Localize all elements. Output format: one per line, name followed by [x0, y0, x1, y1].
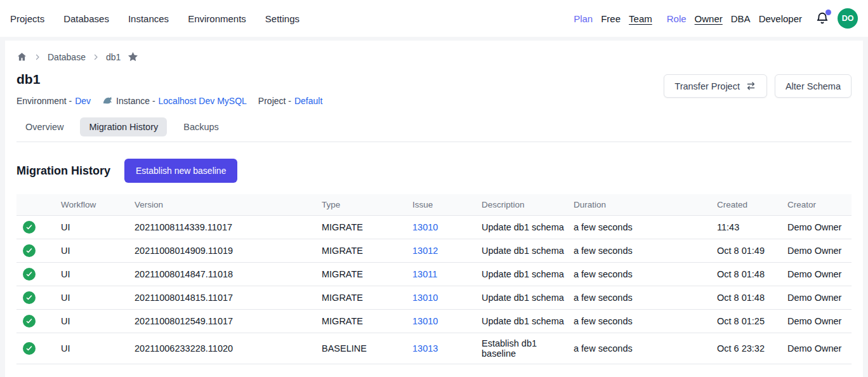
cell-type: MIGRATE — [318, 286, 409, 310]
column-header-version: Version — [131, 194, 318, 216]
cell-duration: a few seconds — [570, 333, 713, 364]
title-block: db1 Environment - Dev Instance - Localho… — [16, 72, 322, 106]
issue-link[interactable]: 13012 — [412, 246, 438, 256]
migration-history-table: Workflow Version Type Issue Description … — [16, 194, 852, 364]
home-icon[interactable] — [16, 51, 27, 62]
table-row[interactable]: UI 20211008114339.11017 MIGRATE 13010 Up… — [16, 216, 852, 239]
issue-link[interactable]: 13010 — [412, 222, 438, 232]
cell-duration: a few seconds — [570, 310, 713, 333]
cell-creator: Demo Owner — [784, 310, 852, 333]
table-row[interactable]: UI 20211008012549.11017 MIGRATE 13010 Up… — [16, 310, 852, 333]
nav-item-environments[interactable]: Environments — [188, 13, 246, 24]
nav-item-instances[interactable]: Instances — [128, 13, 169, 24]
role-option-owner[interactable]: Owner — [695, 13, 723, 24]
star-icon[interactable] — [127, 51, 139, 63]
cell-creator: Demo Owner — [784, 333, 852, 364]
success-check-icon — [23, 291, 36, 304]
environment-label: Environment - — [16, 96, 72, 106]
notifications-button[interactable] — [815, 11, 829, 25]
issue-link[interactable]: 13010 — [412, 316, 438, 326]
success-check-icon — [23, 342, 36, 355]
cell-created: Oct 8 01:25 — [713, 310, 784, 333]
role-option-developer[interactable]: Developer — [759, 13, 802, 24]
page-actions: Transfer Project Alter Schema — [664, 74, 852, 98]
cell-duration: a few seconds — [570, 263, 713, 286]
cell-type: MIGRATE — [318, 263, 409, 286]
database-tabs: Overview Migration History Backups — [16, 117, 852, 142]
cell-version: 20211008014909.11019 — [131, 239, 318, 263]
nav-item-settings[interactable]: Settings — [265, 13, 299, 24]
alter-schema-button[interactable]: Alter Schema — [775, 74, 852, 98]
table-row[interactable]: UI 20211008014815.11017 MIGRATE 13010 Up… — [16, 286, 852, 310]
nav-item-databases[interactable]: Databases — [63, 13, 109, 24]
project-link[interactable]: Default — [294, 96, 322, 106]
notification-dot — [825, 10, 831, 15]
plan-label: Plan — [574, 13, 593, 24]
tab-overview[interactable]: Overview — [16, 117, 72, 136]
cell-created: Oct 8 01:48 — [713, 286, 784, 310]
success-check-icon — [23, 268, 36, 281]
cell-description: Update db1 schema — [478, 263, 570, 286]
alter-schema-button-label: Alter Schema — [786, 81, 841, 91]
cell-description: Update db1 schema — [478, 216, 570, 239]
issue-link[interactable]: 13010 — [412, 293, 438, 303]
cell-description: Update db1 schema — [478, 310, 570, 333]
page-title: db1 — [16, 72, 322, 87]
transfer-arrows-icon — [746, 81, 756, 91]
column-header-created: Created — [713, 194, 784, 216]
column-header-status — [16, 194, 57, 216]
chevron-right-icon — [92, 53, 100, 61]
cell-workflow: UI — [57, 263, 131, 286]
table-row[interactable]: UI 20211006233228.11020 BASELINE 13013 E… — [16, 333, 852, 364]
cell-description: Update db1 schema — [478, 286, 570, 310]
issue-link[interactable]: 13011 — [412, 269, 437, 279]
cell-version: 20211008014815.11017 — [131, 286, 318, 310]
instance-link[interactable]: Localhost Dev MySQL — [159, 96, 247, 106]
cell-description: Update db1 schema — [478, 239, 570, 263]
cell-version: 20211008014847.11018 — [131, 263, 318, 286]
role-label: Role — [667, 13, 687, 24]
column-header-creator: Creator — [784, 194, 852, 216]
cell-version: 20211006233228.11020 — [131, 333, 318, 364]
cell-type: MIGRATE — [318, 239, 409, 263]
cell-workflow: UI — [57, 216, 131, 239]
establish-new-baseline-button[interactable]: Establish new baseline — [124, 159, 237, 183]
cell-created: Oct 8 01:48 — [713, 263, 784, 286]
cell-workflow: UI — [57, 333, 131, 364]
column-header-type: Type — [318, 194, 409, 216]
cell-type: MIGRATE — [318, 216, 409, 239]
cell-version: 20211008114339.11017 — [131, 216, 318, 239]
migration-history-section-header: Migration History Establish new baseline — [16, 159, 852, 183]
plan-option-free[interactable]: Free — [601, 13, 621, 24]
table-row[interactable]: UI 20211008014909.11019 MIGRATE 13012 Up… — [16, 239, 852, 263]
success-check-icon — [23, 315, 36, 327]
avatar[interactable]: DO — [838, 8, 858, 29]
cell-created: Oct 6 23:32 — [713, 333, 784, 364]
plan-option-team[interactable]: Team — [629, 13, 652, 24]
environment-link[interactable]: Dev — [75, 96, 91, 106]
topbar-right-controls: Plan Free Team Role Owner DBA Developer … — [574, 8, 858, 29]
breadcrumb-item-database[interactable]: Database — [48, 52, 86, 62]
cell-duration: a few seconds — [570, 216, 713, 239]
cell-creator: Demo Owner — [784, 216, 852, 239]
breadcrumb-item-db1[interactable]: db1 — [106, 52, 121, 62]
chevron-right-icon — [34, 53, 41, 61]
database-detail-page: Database db1 db1 Environment - Dev — [5, 41, 863, 377]
cell-description: Establish db1 baseline — [478, 333, 570, 364]
cell-duration: a few seconds — [570, 286, 713, 310]
transfer-project-button[interactable]: Transfer Project — [664, 74, 767, 98]
transfer-project-button-label: Transfer Project — [674, 81, 740, 91]
role-option-dba[interactable]: DBA — [731, 13, 751, 24]
breadcrumb: Database db1 — [16, 51, 852, 63]
cell-creator: Demo Owner — [784, 286, 852, 310]
column-header-duration: Duration — [570, 194, 713, 216]
cell-duration: a few seconds — [570, 239, 713, 263]
nav-item-projects[interactable]: Projects — [10, 13, 44, 24]
table-row[interactable]: UI 20211008014847.11018 MIGRATE 13011 Up… — [16, 263, 852, 286]
tab-backups[interactable]: Backups — [174, 117, 228, 136]
main-nav: Projects Databases Instances Environment… — [10, 13, 299, 24]
cell-version: 20211008012549.11017 — [131, 310, 318, 333]
project-label: Project - — [258, 96, 291, 106]
issue-link[interactable]: 13013 — [412, 343, 438, 354]
tab-migration-history[interactable]: Migration History — [80, 117, 167, 136]
